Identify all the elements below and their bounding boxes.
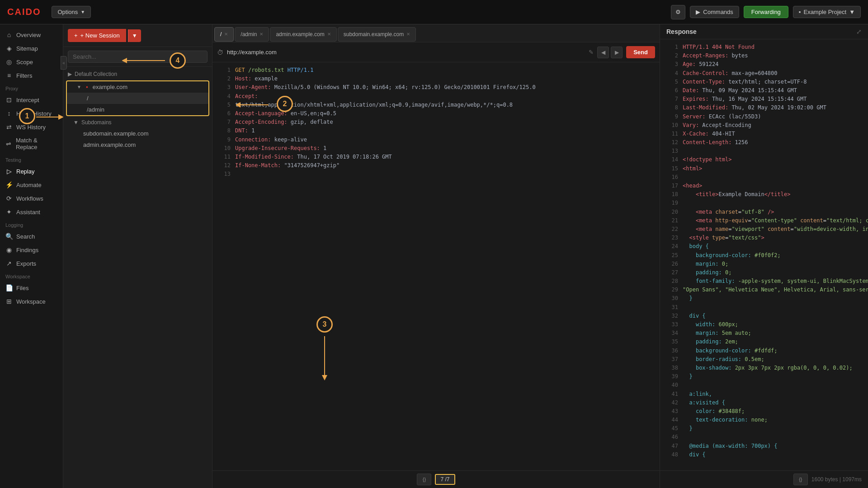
sidebar-item-match-replace[interactable]: ⇌ Match & Replace bbox=[0, 134, 63, 154]
resp-line-43: 43 color: #38488f; bbox=[665, 407, 863, 416]
commands-button[interactable]: ▶ Commands bbox=[690, 6, 739, 18]
resp-line-24: 24 body { bbox=[665, 242, 863, 251]
sidebar-item-search[interactable]: 🔍 Search bbox=[0, 230, 63, 243]
send-button[interactable]: Send bbox=[626, 46, 655, 58]
sidebar-item-ws-history[interactable]: ⇄ WS History bbox=[0, 120, 63, 134]
new-session-button[interactable]: + + New Session bbox=[68, 29, 126, 42]
admin-item[interactable]: /admin bbox=[67, 104, 208, 115]
clock-icon: ⏱ bbox=[217, 49, 223, 56]
search-input[interactable] bbox=[68, 51, 208, 63]
tab-subdomain-example-com-label: subdomain.example.com bbox=[344, 31, 404, 38]
default-collection-chevron-icon: ▶ bbox=[68, 71, 72, 77]
resp-line-13: 13 bbox=[665, 147, 863, 155]
project-button[interactable]: ▪ Example Project ▼ bbox=[793, 6, 861, 18]
terminal-icon: ▶ bbox=[696, 9, 700, 15]
tab-admin[interactable]: /admin ✕ bbox=[235, 27, 269, 42]
resp-line-16: 16 bbox=[665, 173, 863, 182]
sidebar-item-replay[interactable]: ▷ Replay bbox=[0, 164, 63, 178]
tab-admin-example-com-label: admin.example.com bbox=[276, 31, 324, 38]
response-content: 1HTTP/1.1 404 Not Found 2Accept-Ranges: … bbox=[660, 39, 868, 470]
sidebar-item-scope[interactable]: ◎ Scope bbox=[0, 55, 63, 69]
sidebar-workflows-label: Workflows bbox=[16, 195, 43, 202]
automate-icon: ⚡ bbox=[5, 181, 13, 188]
tab-slash-close-icon[interactable]: ✕ bbox=[224, 32, 228, 37]
response-title: Response bbox=[666, 28, 697, 35]
edit-url-icon[interactable]: ✎ bbox=[589, 49, 594, 56]
resp-line-34: 34 margin: 5em auto; bbox=[665, 329, 863, 338]
sidebar-item-exports[interactable]: ↗ Exports bbox=[0, 257, 63, 270]
sidebar-files-label: Files bbox=[16, 285, 28, 291]
workflows-icon: ⟳ bbox=[5, 195, 13, 202]
sidebar-item-workflows[interactable]: ⟳ Workflows bbox=[0, 192, 63, 205]
prev-nav-button[interactable]: ◀ bbox=[597, 47, 609, 58]
request-tabs-bar: / ✕ /admin ✕ admin.example.com ✕ subdoma… bbox=[212, 24, 660, 42]
request-panel: / ✕ /admin ✕ admin.example.com ✕ subdoma… bbox=[212, 24, 660, 488]
default-collection-item[interactable]: ▶ Default Collection bbox=[63, 69, 212, 80]
new-session-dropdown-button[interactable]: ▼ bbox=[128, 29, 141, 42]
subdomain-example-com-item[interactable]: subdomain.example.com bbox=[63, 128, 212, 139]
sidebar-workspace-label: Workspace bbox=[16, 298, 46, 305]
resp-line-9: 9Server: ECAcc (lac/55D3) bbox=[665, 113, 863, 121]
resp-line-45: 45 } bbox=[665, 424, 863, 433]
options-button[interactable]: Options ▼ bbox=[52, 6, 91, 18]
subdomains-item[interactable]: ▼ Subdomains bbox=[63, 117, 212, 128]
sidebar-sitemap-label: Sitemap bbox=[16, 45, 38, 52]
resp-line-3: 3Age: 591224 bbox=[665, 60, 863, 69]
resp-line-15: 15<html> bbox=[665, 164, 863, 173]
tab-admin-example-com[interactable]: admin.example.com ✕ bbox=[270, 27, 336, 42]
main-layout: ⌂ Overview ◈ Sitemap ◎ Scope ≡ Filters P… bbox=[0, 24, 868, 488]
sidebar-item-assistant[interactable]: ✦ Assistant bbox=[0, 205, 63, 219]
gear-button[interactable]: ⚙ bbox=[671, 5, 685, 19]
response-panel: Response ⤢ 1HTTP/1.1 404 Not Found 2Acce… bbox=[660, 24, 868, 488]
commands-label: Commands bbox=[703, 9, 733, 15]
resp-line-46: 46 bbox=[665, 433, 863, 441]
sidebar-item-intercept[interactable]: ⊡ Intercept bbox=[0, 93, 63, 107]
sidebar-item-findings[interactable]: ◉ Findings bbox=[0, 243, 63, 257]
resp-line-30: 30 } bbox=[665, 294, 863, 303]
options-chevron-icon: ▼ bbox=[80, 9, 85, 14]
req-line-10: 10Upgrade-Insecure-Requests: 1 bbox=[218, 144, 654, 153]
resp-line-33: 33 width: 600px; bbox=[665, 320, 863, 329]
tab-subdomain-example-com-close-icon[interactable]: ✕ bbox=[406, 32, 410, 37]
request-format-button[interactable]: {} bbox=[417, 474, 431, 485]
forwarding-button[interactable]: Forwarding bbox=[744, 6, 788, 18]
tab-admin-close-icon[interactable]: ✕ bbox=[259, 32, 263, 37]
sidebar-intercept-label: Intercept bbox=[16, 97, 39, 103]
slash-item[interactable]: / bbox=[67, 93, 208, 104]
home-icon: ⌂ bbox=[5, 31, 13, 38]
resp-line-7: 7Expires: Thu, 16 May 2024 15:15:44 GMT bbox=[665, 95, 863, 103]
findings-icon: ◉ bbox=[5, 246, 13, 253]
response-format-button[interactable]: {} bbox=[793, 474, 808, 485]
tab-subdomain-example-com[interactable]: subdomain.example.com ✕ bbox=[338, 27, 416, 42]
tab-admin-example-com-close-icon[interactable]: ✕ bbox=[327, 32, 331, 37]
example-com-item[interactable]: ▼ ● example.com bbox=[67, 81, 208, 93]
sidebar-filters-label: Filters bbox=[16, 72, 32, 79]
resp-line-25: 25 background-color: #f0f0f2; bbox=[665, 251, 863, 260]
next-nav-button[interactable]: ▶ bbox=[611, 47, 623, 58]
expand-icon[interactable]: ⤢ bbox=[856, 28, 862, 35]
workspace-section-label: Workspace bbox=[0, 270, 63, 281]
sitemap-icon: ◈ bbox=[5, 45, 13, 52]
admin-example-com-item[interactable]: admin.example.com bbox=[63, 139, 212, 150]
resp-line-47: 47 @media (max-width: 700px) { bbox=[665, 442, 863, 450]
sidebar-item-files[interactable]: 📄 Files bbox=[0, 281, 63, 295]
sidebar-ws-history-label: WS History bbox=[16, 124, 46, 131]
response-stats: 1600 bytes | 1097ms bbox=[811, 476, 862, 483]
sidebar-item-overview[interactable]: ⌂ Overview bbox=[0, 28, 63, 42]
sidebar-item-filters[interactable]: ≡ Filters bbox=[0, 69, 63, 82]
resp-line-31: 31 bbox=[665, 303, 863, 312]
ws-history-icon: ⇄ bbox=[5, 123, 13, 131]
tab-slash[interactable]: / ✕ bbox=[214, 27, 234, 42]
sidebar-item-sitemap[interactable]: ◈ Sitemap bbox=[0, 42, 63, 55]
req-line-8: 8DNT: 1 bbox=[218, 127, 654, 135]
caido-logo: CAIDO bbox=[7, 7, 41, 17]
resp-line-19: 19 bbox=[665, 199, 863, 207]
project-icon: ▪ bbox=[799, 9, 801, 15]
resp-line-14: 14<!doctype html> bbox=[665, 155, 863, 164]
sidebar-item-automate[interactable]: ⚡ Automate bbox=[0, 178, 63, 192]
sidebar-automate-label: Automate bbox=[16, 182, 42, 188]
intercept-icon: ⊡ bbox=[5, 96, 13, 103]
sidebar-collapse-button[interactable]: « bbox=[61, 56, 67, 70]
sidebar-item-http-history[interactable]: ↕ HTTP History bbox=[0, 107, 63, 120]
sidebar-item-workspace[interactable]: ⊞ Workspace bbox=[0, 295, 63, 308]
